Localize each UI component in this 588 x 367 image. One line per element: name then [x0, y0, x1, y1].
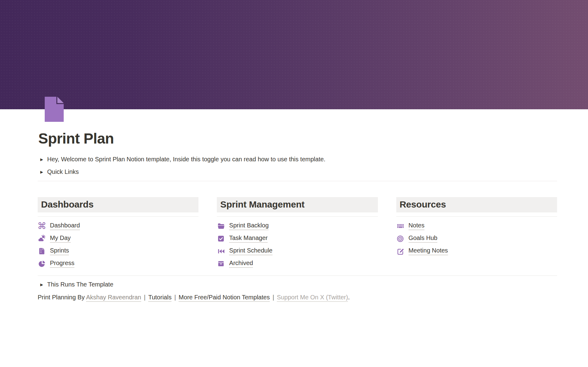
link-row-goals-hub: Goals Hub — [396, 232, 557, 245]
page-title: Sprint Plan — [38, 130, 557, 147]
rewind-icon — [217, 247, 225, 255]
link-row-dashboard: ⌘ Dashboard — [38, 220, 198, 232]
tutorials-link[interactable]: Tutorials — [148, 294, 172, 302]
sprint-schedule-link[interactable]: Sprint Schedule — [229, 247, 272, 255]
toggle-arrow-icon: ▶ — [38, 157, 46, 162]
support-link[interactable]: Support Me On X (Twitter) — [277, 294, 348, 302]
footer-credits: Print Planning By Akshay Raveendran|Tuto… — [38, 293, 557, 302]
link-row-notes: Notes — [396, 220, 557, 232]
target-icon — [396, 234, 405, 243]
link-row-sprint-backlog: Sprint Backlog — [217, 220, 378, 232]
dashboard-link[interactable]: Dashboard — [50, 222, 80, 230]
my-day-link[interactable]: My Day — [50, 234, 71, 243]
link-row-my-day: My Day — [38, 232, 198, 245]
divider — [217, 216, 378, 217]
archive-box-icon — [217, 260, 225, 268]
resources-link-list: Notes Goals Hub — [396, 220, 557, 257]
edit-icon — [396, 247, 405, 255]
welcome-toggle[interactable]: ▶ Hey, Welcome to Sprint Plan Notion tem… — [38, 154, 557, 164]
runs-template-toggle-label: This Runs The Template — [47, 281, 113, 288]
intro-toggles: ▶ Hey, Welcome to Sprint Plan Notion tem… — [38, 154, 557, 177]
resources-header: Resources — [396, 197, 557, 212]
link-row-meeting-notes: Meeting Notes — [396, 245, 557, 257]
command-icon: ⌘ — [38, 222, 46, 230]
separator: | — [174, 294, 176, 301]
sprints-link[interactable]: Sprints — [50, 247, 69, 255]
sprint-management-link-list: Sprint Backlog Task Manager — [217, 220, 378, 270]
footer-prefix: Print Planning By — [38, 294, 86, 301]
page-document-icon[interactable] — [45, 97, 65, 122]
link-row-archived: Archived — [217, 257, 378, 270]
goals-hub-link[interactable]: Goals Hub — [409, 234, 438, 243]
footer-suffix: . — [348, 294, 350, 301]
link-row-sprint-schedule: Sprint Schedule — [217, 245, 378, 257]
quick-links-toggle[interactable]: ▶ Quick Links — [38, 167, 557, 177]
column-resources: Resources Notes — [396, 197, 557, 270]
divider — [38, 275, 557, 276]
pie-chart-icon — [38, 260, 46, 268]
link-row-task-manager: Task Manager — [217, 232, 378, 245]
partly-sunny-icon — [38, 234, 46, 243]
progress-link[interactable]: Progress — [50, 260, 74, 268]
divider — [396, 216, 557, 217]
toggle-arrow-icon: ▶ — [38, 170, 46, 174]
column-dashboards: Dashboards ⌘ Dashboard — [38, 197, 198, 270]
keyboard-icon — [396, 222, 405, 230]
archived-link[interactable]: Archived — [229, 260, 253, 268]
sprint-backlog-link[interactable]: Sprint Backlog — [229, 222, 269, 230]
task-manager-link[interactable]: Task Manager — [229, 234, 268, 243]
document-icon — [45, 97, 65, 122]
divider — [38, 216, 198, 217]
quick-links-toggle-label: Quick Links — [47, 168, 79, 175]
link-row-progress: Progress — [38, 257, 198, 270]
toggle-arrow-icon: ▶ — [38, 283, 46, 287]
column-sprint-management: Sprint Management Sprint Backlog — [217, 197, 378, 270]
runs-template-toggle[interactable]: ▶ This Runs The Template — [38, 279, 557, 290]
cover-texture — [0, 0, 588, 109]
divider — [38, 181, 557, 181]
separator: | — [273, 294, 274, 301]
welcome-toggle-label: Hey, Welcome to Sprint Plan Notion templ… — [47, 156, 326, 163]
link-row-sprints: Sprints — [38, 245, 198, 257]
dashboards-header: Dashboards — [38, 197, 198, 212]
page-lines-icon — [38, 247, 46, 255]
meeting-notes-link[interactable]: Meeting Notes — [409, 247, 448, 255]
author-link[interactable]: Akshay Raveendran — [86, 294, 141, 302]
notes-link[interactable]: Notes — [409, 222, 424, 230]
columns: Dashboards ⌘ Dashboard — [38, 197, 557, 270]
page-cover — [0, 0, 588, 109]
templates-link[interactable]: More Free/Paid Notion Templates — [179, 294, 270, 302]
folder-icon — [217, 222, 225, 230]
checkbox-icon — [217, 234, 225, 243]
separator: | — [144, 294, 145, 301]
sprint-management-header: Sprint Management — [217, 197, 378, 212]
page-content: Sprint Plan ▶ Hey, Welcome to Sprint Pla… — [38, 130, 557, 302]
dashboards-link-list: ⌘ Dashboard — [38, 220, 198, 270]
